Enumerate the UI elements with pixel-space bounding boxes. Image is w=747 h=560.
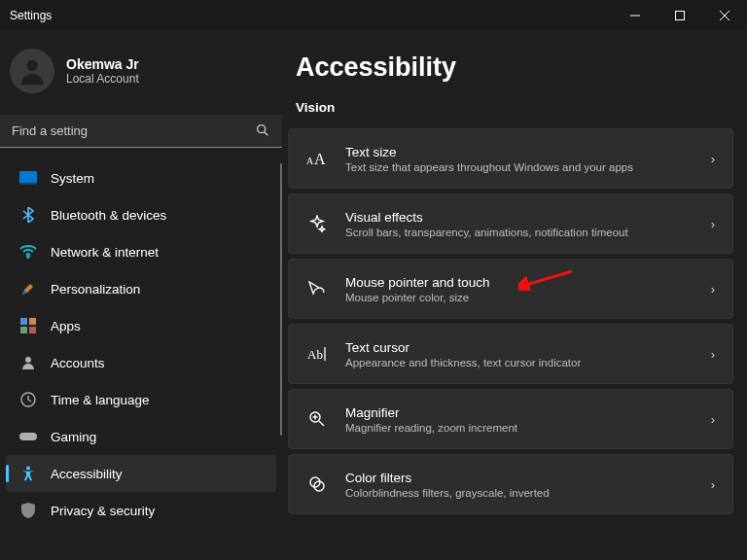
- sidebar: Okemwa Jr Local Account System Bluetooth…: [0, 31, 282, 560]
- gaming-icon: [19, 428, 37, 445]
- nav-list: System Bluetooth & devices Network & int…: [0, 159, 282, 529]
- settings-window: Settings Okemwa Jr Local Account: [0, 0, 747, 560]
- nav-label: Network & internet: [51, 245, 159, 260]
- close-button[interactable]: [702, 0, 747, 31]
- card-subtitle: Magnifier reading, zoom increment: [345, 422, 694, 434]
- svg-line-6: [265, 132, 268, 136]
- nav-label: Accounts: [51, 356, 105, 370]
- minimize-button[interactable]: [613, 0, 658, 31]
- svg-rect-16: [19, 433, 37, 440]
- nav-label: Apps: [51, 319, 81, 333]
- content-area: Accessibility Vision AA Text size Text s…: [282, 31, 747, 560]
- page-title: Accessibility: [288, 52, 733, 83]
- nav-label: Bluetooth & devices: [51, 208, 166, 223]
- window-title: Settings: [10, 9, 613, 22]
- nav-bluetooth[interactable]: Bluetooth & devices: [6, 196, 276, 233]
- svg-point-4: [26, 60, 37, 71]
- user-sub: Local Account: [66, 72, 139, 86]
- clock-icon: [19, 391, 37, 408]
- card-title: Visual effects: [345, 210, 694, 225]
- card-title: Magnifier: [345, 405, 694, 420]
- svg-rect-10: [20, 318, 27, 325]
- nav-accessibility[interactable]: Accessibility: [6, 455, 276, 492]
- card-visual-effects[interactable]: Visual effects Scroll bars, transparency…: [288, 193, 733, 254]
- card-subtitle: Text size that appears throughout Window…: [345, 161, 694, 173]
- title-bar: Settings: [0, 0, 747, 31]
- wifi-icon: [19, 243, 37, 261]
- card-title: Mouse pointer and touch: [345, 275, 694, 290]
- section-title: Vision: [288, 100, 733, 115]
- svg-point-14: [25, 357, 31, 363]
- nav-apps[interactable]: Apps: [6, 307, 276, 344]
- user-block[interactable]: Okemwa Jr Local Account: [0, 43, 282, 111]
- apps-icon: [19, 317, 37, 334]
- nav-accounts[interactable]: Accounts: [6, 344, 276, 381]
- svg-line-24: [319, 421, 324, 426]
- nav-label: Accessibility: [51, 467, 123, 481]
- nav-label: Time & language: [51, 393, 150, 407]
- system-icon: [19, 169, 37, 187]
- svg-point-5: [258, 125, 266, 133]
- color-filters-icon: [306, 475, 328, 493]
- nav-system[interactable]: System: [6, 159, 276, 196]
- svg-text:Ab: Ab: [307, 347, 323, 362]
- window-controls: [613, 0, 747, 31]
- accessibility-icon: [19, 465, 37, 482]
- sparkle-icon: [306, 215, 328, 232]
- svg-rect-12: [20, 327, 27, 333]
- text-size-icon: AA: [306, 151, 328, 166]
- search-box[interactable]: [0, 115, 282, 148]
- card-mouse-pointer[interactable]: Mouse pointer and touch Mouse pointer co…: [288, 259, 733, 319]
- chevron-right-icon: ›: [711, 152, 715, 166]
- svg-point-17: [26, 467, 30, 471]
- card-subtitle: Mouse pointer color, size: [345, 292, 694, 303]
- chevron-right-icon: ›: [711, 477, 715, 492]
- chevron-right-icon: ›: [711, 347, 715, 362]
- maximize-button[interactable]: [658, 0, 702, 31]
- nav-privacy[interactable]: Privacy & security: [6, 492, 276, 529]
- svg-rect-7: [19, 171, 37, 183]
- paintbrush-icon: [19, 280, 37, 298]
- card-color-filters[interactable]: Color filters Colorblindness filters, gr…: [288, 454, 733, 514]
- card-subtitle: Scroll bars, transparency, animations, n…: [345, 227, 694, 238]
- sidebar-scrollbar[interactable]: [280, 163, 282, 436]
- card-title: Text cursor: [345, 340, 694, 355]
- shield-icon: [19, 502, 37, 519]
- card-title: Color filters: [345, 471, 694, 485]
- pointer-icon: [306, 280, 328, 298]
- svg-rect-8: [19, 183, 37, 185]
- nav-network[interactable]: Network & internet: [6, 233, 276, 270]
- nav-label: Personalization: [51, 282, 140, 297]
- search-input[interactable]: [0, 115, 282, 148]
- nav-label: Privacy & security: [51, 504, 155, 518]
- chevron-right-icon: ›: [711, 412, 715, 427]
- chevron-right-icon: ›: [711, 282, 715, 297]
- nav-gaming[interactable]: Gaming: [6, 418, 276, 455]
- svg-rect-11: [29, 318, 36, 325]
- nav-label: System: [51, 171, 94, 186]
- card-magnifier[interactable]: Magnifier Magnifier reading, zoom increm…: [288, 389, 733, 449]
- svg-rect-13: [29, 327, 36, 333]
- svg-point-9: [27, 256, 29, 258]
- chevron-right-icon: ›: [711, 217, 715, 231]
- nav-wrap: System Bluetooth & devices Network & int…: [0, 159, 282, 560]
- card-list: AA Text size Text size that appears thro…: [288, 128, 733, 514]
- bluetooth-icon: [19, 206, 37, 224]
- avatar: [10, 49, 54, 93]
- magnifier-icon: [306, 410, 328, 428]
- window-body: Okemwa Jr Local Account System Bluetooth…: [0, 31, 747, 560]
- svg-text:A: A: [306, 156, 314, 166]
- accounts-icon: [19, 354, 37, 371]
- user-name: Okemwa Jr: [66, 56, 139, 72]
- svg-text:A: A: [314, 151, 326, 166]
- card-title: Text size: [345, 145, 694, 159]
- card-text-cursor[interactable]: Ab Text cursor Appearance and thickness,…: [288, 324, 733, 384]
- nav-personalization[interactable]: Personalization: [6, 270, 276, 307]
- svg-rect-1: [676, 12, 685, 20]
- card-subtitle: Colorblindness filters, grayscale, inver…: [345, 487, 694, 499]
- card-text-size[interactable]: AA Text size Text size that appears thro…: [288, 128, 733, 189]
- card-subtitle: Appearance and thickness, text cursor in…: [345, 357, 694, 368]
- search-icon: [255, 122, 270, 142]
- text-cursor-icon: Ab: [306, 346, 328, 362]
- nav-time-language[interactable]: Time & language: [6, 381, 276, 418]
